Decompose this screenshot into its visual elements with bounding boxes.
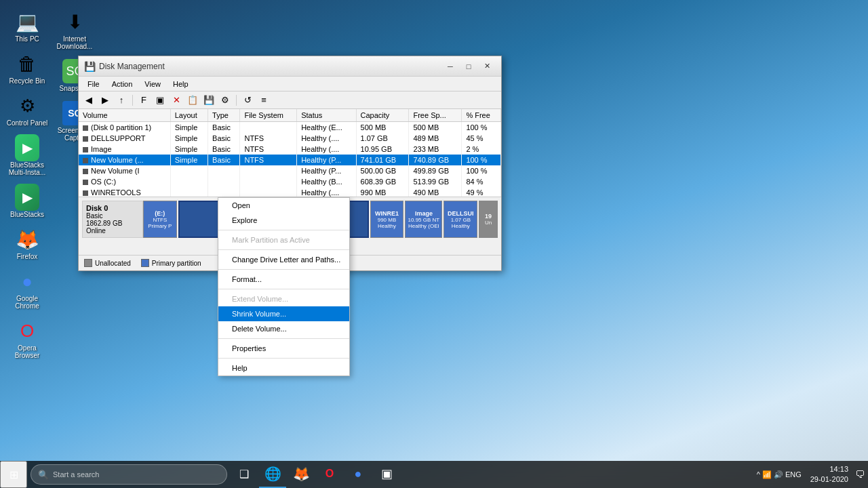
taskbar-task-view[interactable]: ❑ — [231, 461, 258, 488]
cell-status: Healthy (P... — [297, 165, 356, 176]
table-row[interactable]: (Disk 0 partition 1) Simple Basic Health… — [79, 122, 501, 134]
toolbar-sep2 — [236, 95, 237, 106]
start-button[interactable]: ⊞ — [0, 461, 27, 488]
search-bar[interactable]: 🔍 Start a search — [31, 464, 227, 485]
disk-part-unallocated[interactable]: 19 Un — [479, 201, 498, 238]
clock[interactable]: 14:13 29-01-2020 — [810, 464, 848, 485]
cell-free: 500 MB — [409, 122, 462, 134]
ctx-extend-volume: Extend Volume... — [218, 291, 349, 306]
disk-part-image[interactable]: Image 10.95 GB NTHealthy (OEI — [405, 201, 442, 238]
toolbar-btn-props[interactable]: ≡ — [256, 93, 271, 108]
desktop-icon-bluestacks2[interactable]: ▶ BlueStacks — [3, 182, 51, 221]
col-free[interactable]: Free Sp... — [409, 109, 462, 122]
taskbar-right: ^ 📶 🔊 ENG 14:13 29-01-2020 🗨 — [757, 464, 868, 485]
menu-bar: File Action View Help — [79, 77, 501, 92]
table-row[interactable]: New Volume (I Healthy (P... 500.00 GB 49… — [79, 165, 501, 176]
ctx-change-drive-letter[interactable]: Change Drive Letter and Paths... — [218, 252, 349, 267]
ctx-help[interactable]: Help — [218, 361, 349, 375]
table-row[interactable]: DELLSUPPORT Simple Basic NTFS Healthy (.… — [79, 133, 501, 144]
clock-date: 29-01-2020 — [810, 474, 848, 485]
table-row[interactable]: New Volume (... Simple Basic NTFS Health… — [79, 155, 501, 165]
toolbar-forward[interactable]: ▶ — [98, 93, 113, 108]
cell-volume: OS (C:) — [79, 176, 170, 187]
thispc-label: This PC — [15, 35, 39, 43]
tray-speaker: 🔊 — [774, 470, 783, 479]
toolbar-btn-save[interactable]: 💾 — [201, 93, 216, 108]
cell-pct: 49 % — [462, 187, 501, 197]
tray-notification[interactable]: 🗨 — [855, 469, 865, 480]
disk-part-e[interactable]: (E:) NTFSPrimary P — [143, 201, 177, 238]
cell-volume: DELLSUPPORT — [79, 133, 170, 144]
taskbar-app7[interactable]: ▣ — [373, 461, 400, 488]
ctx-sep1 — [218, 230, 349, 230]
maximize-button[interactable]: □ — [460, 60, 477, 73]
ctx-shrink-volume[interactable]: Shrink Volume... — [218, 306, 349, 321]
toolbar-back[interactable]: ◀ — [81, 93, 96, 108]
disk-type: Basic — [86, 212, 139, 220]
menu-file[interactable]: File — [82, 79, 105, 89]
cell-capacity: 500 MB — [356, 122, 409, 134]
desktop-icon-chrome[interactable]: ● Google Chrome — [3, 266, 51, 312]
menu-help[interactable]: Help — [167, 79, 194, 89]
toolbar-btn-clipboard[interactable]: 📋 — [185, 93, 200, 108]
disk-part-dellsupport[interactable]: DELLSUI 1.07 GBHealthy — [443, 201, 477, 238]
toolbar-btn-settings[interactable]: ⚙ — [218, 93, 233, 108]
col-filesystem[interactable]: File System — [240, 109, 297, 122]
desktop-icon-firefox[interactable]: 🦊 Firefox — [3, 224, 51, 263]
col-type[interactable]: Type — [208, 109, 240, 122]
toolbar-btn-grid[interactable]: ▣ — [153, 93, 167, 108]
desktop-icon-controlpanel[interactable]: ⚙ Control Panel — [3, 91, 51, 129]
col-pct[interactable]: % Free — [462, 109, 501, 122]
controlpanel-label: Control Panel — [7, 119, 48, 127]
table-row[interactable]: WINRETOOLS Healthy (.... 990 MB 490 MB 4… — [79, 187, 501, 197]
desktop-icon-recyclebin[interactable]: 🗑 Recycle Bin — [3, 49, 51, 87]
close-button[interactable]: ✕ — [478, 60, 496, 73]
cell-free: 499.89 GB — [409, 165, 462, 176]
volume-table-container: Volume Layout Type File System Status Ca… — [79, 109, 501, 197]
menu-view[interactable]: View — [139, 79, 166, 89]
ctx-open[interactable]: Open — [218, 198, 349, 213]
table-row[interactable]: OS (C:) Healthy (B... 608.39 GB 513.99 G… — [79, 176, 501, 187]
minimize-button[interactable]: ─ — [441, 60, 459, 73]
ctx-explore[interactable]: Explore — [218, 213, 349, 228]
cell-volume: New Volume (I — [79, 165, 170, 176]
col-layout[interactable]: Layout — [170, 109, 208, 122]
cell-fs: NTFS — [240, 144, 297, 155]
cell-pct: 100 % — [462, 165, 501, 176]
ctx-sep2 — [218, 249, 349, 250]
cell-free: 490 MB — [409, 187, 462, 197]
toolbar-btn-f[interactable]: F — [136, 93, 151, 108]
cell-volume: WINRETOOLS — [79, 187, 170, 197]
ctx-properties[interactable]: Properties — [218, 341, 349, 356]
desktop-icon-internet-download[interactable]: ⬇ Internet Download... — [51, 7, 98, 53]
ctx-format[interactable]: Format... — [218, 272, 349, 287]
taskbar-edge[interactable]: 🌐 — [259, 461, 286, 488]
desktop-icon-bluestacks1[interactable]: ▶ BlueStacks Multi-Insta... — [3, 133, 51, 179]
taskbar-chrome[interactable]: ● — [344, 461, 372, 488]
clock-time: 14:13 — [810, 464, 848, 474]
desktop-icons-left: 💻 This PC 🗑 Recycle Bin ⚙ Control Panel … — [3, 7, 51, 362]
bluestacks1-icon: ▶ — [15, 136, 39, 160]
col-capacity[interactable]: Capacity — [356, 109, 409, 122]
legend-unallocated-box — [84, 259, 92, 267]
ctx-delete-volume[interactable]: Delete Volume... — [218, 321, 349, 336]
col-status[interactable]: Status — [297, 109, 356, 122]
disk-part-winre[interactable]: WINRE1 990 MBHealthy — [370, 201, 404, 238]
cell-type — [208, 165, 240, 176]
cell-layout: Simple — [170, 155, 208, 165]
tray-network: 📶 — [762, 470, 772, 479]
menu-action[interactable]: Action — [106, 79, 138, 89]
title-bar[interactable]: 💾 Disk Management ─ □ ✕ — [79, 56, 501, 77]
col-volume[interactable]: Volume — [79, 109, 170, 122]
taskbar-opera[interactable]: O — [316, 461, 343, 488]
cell-capacity: 1.07 GB — [356, 133, 409, 144]
toolbar-btn-refresh[interactable]: ↺ — [240, 93, 255, 108]
table-row[interactable]: Image Simple Basic NTFS Healthy (.... 10… — [79, 144, 501, 155]
tray-arrow[interactable]: ^ — [757, 470, 760, 479]
ctx-sep6 — [218, 358, 349, 359]
toolbar-up[interactable]: ↑ — [114, 93, 129, 108]
desktop-icon-opera[interactable]: O Opera Browser — [3, 316, 51, 362]
toolbar-btn-x[interactable]: ✕ — [169, 93, 184, 108]
taskbar-firefox[interactable]: 🦊 — [288, 461, 315, 488]
desktop-icon-thispc[interactable]: 💻 This PC — [3, 7, 51, 45]
